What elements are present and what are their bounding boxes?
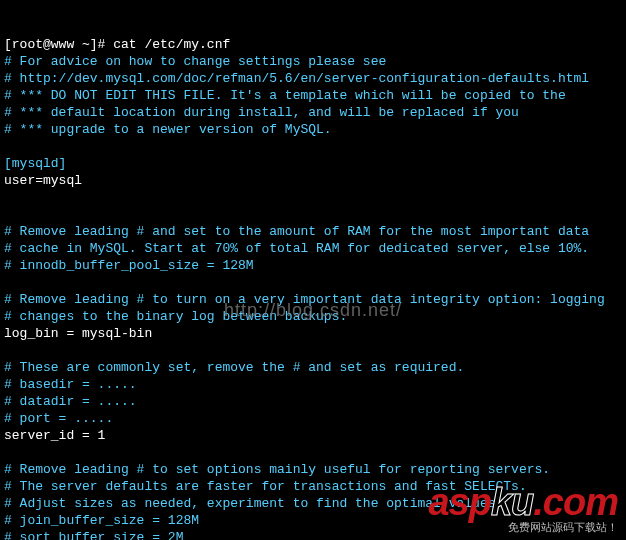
file-line: # Remove leading # to turn on a very imp… (4, 291, 622, 308)
shell-prompt: [root@www ~]# (4, 37, 113, 52)
terminal-output: [root@www ~]# cat /etc/my.cnf# For advic… (0, 0, 626, 540)
file-content: # For advice on how to change settings p… (4, 53, 622, 540)
file-line: # changes to the binary log between back… (4, 308, 622, 325)
file-line (4, 206, 622, 223)
file-line: # For advice on how to change settings p… (4, 53, 622, 70)
file-line: # port = ..... (4, 410, 622, 427)
file-line (4, 189, 622, 206)
file-line: # basedir = ..... (4, 376, 622, 393)
file-line: # Remove leading # and set to the amount… (4, 223, 622, 240)
file-line: # *** DO NOT EDIT THIS FILE. It's a temp… (4, 87, 622, 104)
file-line: # http://dev.mysql.com/doc/refman/5.6/en… (4, 70, 622, 87)
logo-part-asp: asp (428, 481, 490, 523)
file-line: # *** upgrade to a newer version of MySQ… (4, 121, 622, 138)
shell-command: cat /etc/my.cnf (113, 37, 230, 52)
file-line: # cache in MySQL. Start at 70% of total … (4, 240, 622, 257)
file-line (4, 444, 622, 461)
prompt-line: [root@www ~]# cat /etc/my.cnf (4, 36, 622, 53)
logo-text: aspku.com (428, 483, 618, 521)
logo-part-com: .com (533, 481, 618, 523)
site-logo: aspku.com 免费网站源码下载站！ (428, 483, 618, 536)
file-line: server_id = 1 (4, 427, 622, 444)
file-line: # innodb_buffer_pool_size = 128M (4, 257, 622, 274)
file-line: log_bin = mysql-bin (4, 325, 622, 342)
logo-part-ku: ku (491, 481, 533, 523)
file-line: # Remove leading # to set options mainly… (4, 461, 622, 478)
file-line: [mysqld] (4, 155, 622, 172)
file-line: # datadir = ..... (4, 393, 622, 410)
file-line (4, 274, 622, 291)
file-line: # These are commonly set, remove the # a… (4, 359, 622, 376)
file-line: user=mysql (4, 172, 622, 189)
file-line (4, 342, 622, 359)
file-line: # *** default location during install, a… (4, 104, 622, 121)
file-line (4, 138, 622, 155)
